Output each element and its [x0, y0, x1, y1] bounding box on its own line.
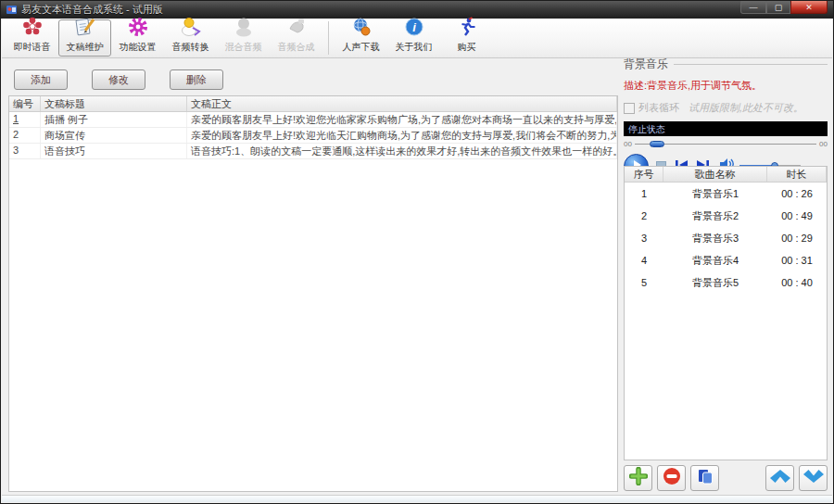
script-table-header: 编号 文稿标题 文稿正文	[9, 96, 617, 112]
row-body: 语音技巧:1、朗读的文稿一定要通顺,这样读出来的效果才好,转出来的音频文件效果也…	[187, 144, 617, 158]
playlist-row[interactable]: 2 背景音乐2 00 : 49	[625, 205, 827, 227]
toolbar-label: 购买	[458, 41, 476, 54]
loop-checkbox	[624, 103, 635, 114]
audio-convert-icon	[180, 16, 202, 41]
row-body: 亲爱的顾客朋友早上好!欢迎您光临家家乐购物广场,为了感谢您对本商场一直以来的支持…	[187, 112, 617, 127]
group-title: 背景音乐	[624, 57, 668, 72]
toolbar-audio-convert[interactable]: 音频转换	[164, 19, 217, 57]
modify-button[interactable]: 修改	[92, 69, 145, 90]
group-divider	[674, 64, 828, 65]
group-header: 背景音乐	[624, 57, 828, 72]
row-id: 2	[9, 128, 41, 143]
close-button[interactable]: ✕	[790, 1, 828, 14]
playlist-row[interactable]: 3 背景音乐3 00 : 29	[625, 227, 827, 249]
playlist-row[interactable]: 1 背景音乐1 00 : 26	[625, 183, 827, 205]
add-song-button[interactable]	[624, 465, 652, 491]
minimize-button[interactable]: —	[740, 1, 766, 14]
row-body: 亲爱的顾客朋友早上好!欢迎光临天汇购物商场,为了感谢您的支持与厚爱,我们将会不断…	[187, 128, 617, 143]
seek-thumb[interactable]	[650, 141, 664, 147]
mix-audio-icon	[233, 16, 255, 41]
seek-bar-row: 00 00	[624, 138, 828, 150]
toolbar-label: 文稿维护	[67, 41, 104, 54]
music-description: 描述:背景音乐,用于调节气氛。	[624, 79, 828, 93]
remaining-time: 00	[819, 140, 828, 148]
maximize-button[interactable]: ▢	[766, 1, 790, 14]
song-no: 2	[625, 205, 663, 227]
loop-option-row: 列表循环 试用版限制,此处不可改。	[624, 101, 828, 115]
script-actions: 添加 修改 删除	[14, 69, 223, 90]
toolbar-script-maintenance[interactable]: 文稿维护	[58, 19, 111, 57]
song-duration: 00 : 31	[767, 249, 827, 271]
playlist-row[interactable]: 5 背景音乐5 00 : 40	[625, 271, 827, 294]
toolbar-label: 人声下载	[343, 41, 380, 54]
song-name: 背景音乐2	[663, 205, 767, 227]
window-controls: — ▢ ✕	[740, 1, 828, 14]
audio-synth-icon	[285, 16, 308, 41]
app-icon	[6, 4, 18, 16]
copy-song-button[interactable]	[690, 465, 719, 491]
table-row[interactable]: 3 语音技巧 语音技巧:1、朗读的文稿一定要通顺,这样读出来的效果才好,转出来的…	[9, 144, 617, 159]
delete-button[interactable]: 删除	[170, 69, 223, 90]
toolbar-instant-voice[interactable]: 即时语音	[6, 19, 58, 57]
globe-download-icon	[350, 16, 373, 41]
toolbar-separator	[328, 21, 329, 55]
playlist-header: 序号 歌曲名称 时长	[625, 167, 827, 183]
song-name: 背景音乐3	[663, 227, 767, 249]
song-no: 4	[625, 249, 663, 271]
toolbar-label: 关于我们	[396, 41, 433, 54]
svg-text:i: i	[412, 20, 416, 34]
loop-label: 列表循环	[638, 101, 679, 115]
actions-spacer	[724, 465, 761, 492]
toolbar-about[interactable]: i 关于我们	[387, 19, 440, 57]
chevron-down-icon	[802, 469, 825, 487]
row-title: 插播 例子	[41, 112, 187, 127]
toolbar-label: 功能设置	[120, 41, 157, 54]
toolbar-buy[interactable]: 购买	[440, 19, 493, 57]
player-status-display: 停止状态	[624, 121, 828, 136]
playlist-table: 序号 歌曲名称 时长 1 背景音乐1 00 : 26 2 背景音乐2 00 : …	[624, 166, 828, 460]
table-row[interactable]: 2 商场宣传 亲爱的顾客朋友早上好!欢迎光临天汇购物商场,为了感谢您的支持与厚爱…	[9, 128, 617, 144]
info-icon: i	[403, 16, 425, 41]
row-title: 商场宣传	[41, 128, 187, 143]
header-id[interactable]: 编号	[9, 96, 41, 111]
header-body[interactable]: 文稿正文	[187, 96, 617, 111]
status-bar	[2, 495, 832, 502]
toolbar-voice-download[interactable]: 人声下载	[335, 19, 387, 57]
gear-icon	[127, 16, 149, 41]
row-id: 3	[9, 144, 41, 158]
toolbar-mix-audio: 混合音频	[217, 19, 270, 57]
song-duration: 00 : 26	[767, 183, 827, 205]
copy-icon	[696, 467, 714, 489]
header-title[interactable]: 文稿标题	[41, 96, 187, 111]
app-window: 易友文本语音合成系统 - 试用版 — ▢ ✕ 即时语音 文稿维护 功能设置	[0, 0, 834, 504]
move-up-button[interactable]	[765, 465, 794, 491]
toolbar-settings[interactable]: 功能设置	[111, 19, 164, 57]
plus-icon	[629, 467, 648, 489]
toolbar-audio-synth: 音频合成	[270, 19, 322, 57]
edit-document-icon	[74, 16, 96, 41]
song-duration: 00 : 40	[767, 271, 827, 294]
song-duration: 00 : 49	[767, 205, 827, 227]
song-name: 背景音乐5	[663, 271, 767, 294]
playlist-row[interactable]: 4 背景音乐4 00 : 31	[625, 249, 827, 271]
move-down-button[interactable]	[799, 465, 828, 491]
chevron-up-icon	[769, 469, 791, 487]
toolbar-label: 音频转换	[172, 41, 209, 54]
remove-song-button[interactable]	[657, 465, 686, 491]
trial-note: 试用版限制,此处不可改。	[689, 101, 803, 115]
script-table: 编号 文稿标题 文稿正文 1 插播 例子 亲爱的顾客朋友早上好!欢迎您光临家家乐…	[8, 95, 618, 492]
elapsed-time: 00	[624, 140, 632, 148]
toolbar-label: 混合音频	[225, 41, 262, 54]
header-song-name[interactable]: 歌曲名称	[663, 167, 767, 182]
header-no[interactable]: 序号	[625, 167, 663, 182]
minus-icon	[663, 467, 681, 489]
seek-slider[interactable]	[635, 140, 816, 148]
row-title: 语音技巧	[41, 144, 187, 158]
table-row[interactable]: 1 插播 例子 亲爱的顾客朋友早上好!欢迎您光临家家乐购物广场,为了感谢您对本商…	[9, 112, 617, 128]
playlist-actions	[624, 465, 828, 492]
header-duration[interactable]: 时长	[767, 167, 827, 182]
song-name: 背景音乐1	[663, 183, 767, 205]
song-no: 1	[625, 183, 663, 205]
toolbar-label: 音频合成	[278, 41, 315, 54]
add-button[interactable]: 添加	[14, 69, 68, 90]
